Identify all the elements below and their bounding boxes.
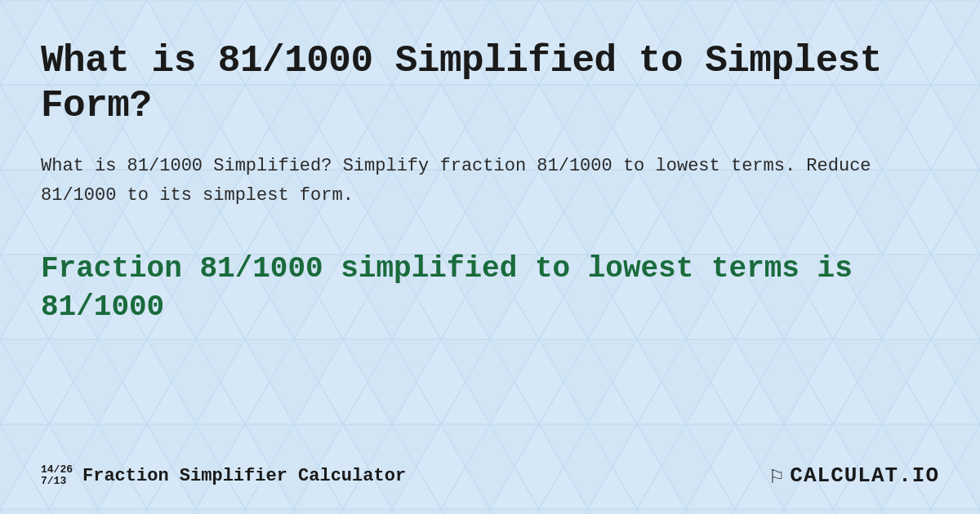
footer-site-title: Fraction Simplifier Calculator <box>82 466 406 486</box>
page-title: What is 81/1000 Simplified to Simplest F… <box>41 39 939 129</box>
fraction-display: 14/26 7/13 <box>41 464 73 488</box>
logo-text: CALCULAT.IO <box>790 463 939 488</box>
logo: ⚐ CALCULAT.IO <box>770 462 940 490</box>
fraction-bottom: 7/13 <box>41 476 73 487</box>
fraction-top: 14/26 <box>41 464 73 476</box>
result-text: Fraction 81/1000 simplified to lowest te… <box>41 250 939 327</box>
logo-icon: ⚐ <box>770 462 784 490</box>
page-description: What is 81/1000 Simplified? Simplify fra… <box>41 152 939 209</box>
